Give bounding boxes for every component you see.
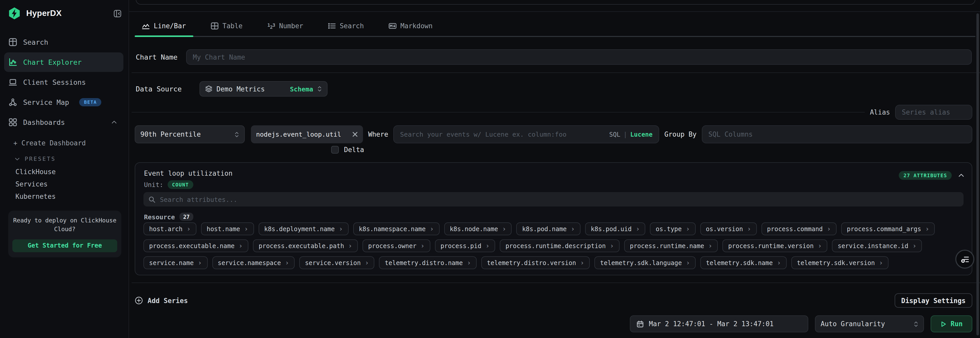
attribute-chip[interactable]: process.owner ›: [363, 240, 430, 252]
sidebar-item-client-sessions[interactable]: Client Sessions: [4, 72, 123, 92]
plus-circle-icon: [135, 297, 143, 305]
tab-number[interactable]: 123 Number: [260, 16, 310, 36]
search-icon: [149, 196, 155, 203]
where-label: Where: [368, 130, 388, 138]
attribute-search-input[interactable]: [160, 195, 958, 203]
attribute-chip[interactable]: service.name ›: [143, 256, 207, 269]
sidebar-item-label: Client Sessions: [23, 78, 86, 86]
attribute-chip[interactable]: telemetry.sdk.version ›: [791, 256, 889, 269]
attribute-chip[interactable]: process.executable.path ›: [253, 240, 358, 252]
preset-item[interactable]: Kubernetes: [0, 190, 129, 203]
attribute-chip[interactable]: host.name ›: [201, 222, 254, 235]
attribute-chip[interactable]: process.runtime.description ›: [500, 240, 620, 252]
calendar-icon: [636, 320, 644, 327]
chart-name-row: Chart Name: [136, 49, 972, 65]
metric-name: nodejs.event_loop.util: [256, 130, 341, 138]
tab-label: Search: [340, 22, 364, 30]
attribute-chip[interactable]: host.arch ›: [143, 222, 196, 235]
resource-group-row: Resource 27: [144, 213, 193, 221]
time-range-value: Mar 2 12:47:01 - Mar 2 13:47:01: [649, 320, 773, 328]
attribute-chip[interactable]: telemetry.distro.version ›: [481, 256, 590, 269]
grid-2x2-icon: [9, 118, 17, 126]
presets-header[interactable]: PRESETS: [0, 156, 129, 162]
close-icon[interactable]: [352, 132, 358, 137]
metric-token[interactable]: nodejs.event_loop.util: [251, 125, 363, 143]
attribute-chip[interactable]: telemetry.distro.name ›: [379, 256, 477, 269]
tab-search[interactable]: Search: [321, 16, 371, 36]
group-by-input[interactable]: [702, 125, 972, 143]
attribute-chip[interactable]: service.version ›: [299, 256, 374, 269]
tab-label: Number: [279, 22, 303, 30]
vertical-scrollbar[interactable]: [977, 13, 979, 335]
aggregation-select[interactable]: 90th Percentile: [135, 125, 245, 143]
sidebar-item-search[interactable]: Search: [4, 32, 123, 52]
chart-type-tabs: Line/Bar Table 123 Number: [135, 16, 975, 37]
sidebar-item-dashboards[interactable]: Dashboards: [4, 113, 123, 132]
digits-123-icon: 123: [267, 22, 275, 30]
attribute-chip-label: process.executable.path: [259, 242, 344, 249]
preset-list: ClickHouseServicesKubernetes: [0, 166, 129, 203]
display-settings-button[interactable]: Display Settings: [895, 293, 972, 308]
tab-line-bar[interactable]: Line/Bar: [135, 16, 193, 36]
attribute-chip[interactable]: process.command ›: [762, 222, 837, 235]
attribute-chip-label: telemetry.sdk.language: [600, 259, 682, 267]
attribute-chip[interactable]: k8s.namespace.name ›: [353, 222, 440, 235]
attribute-chip[interactable]: k8s.deployment.name ›: [258, 222, 348, 235]
attribute-chip[interactable]: telemetry.sdk.language ›: [594, 256, 696, 269]
data-source-select[interactable]: Demo Metrics Schema: [199, 81, 328, 97]
alias-label: Alias: [870, 108, 890, 116]
sidebar-item-label: Search: [23, 38, 48, 46]
chevron-right-icon: ›: [879, 259, 883, 266]
alias-divider-line: [132, 112, 865, 113]
chevron-right-icon: ›: [580, 259, 584, 266]
attribute-chip-label: process.runtime.description: [506, 242, 606, 249]
attribute-chip[interactable]: process.pid ›: [435, 240, 495, 252]
attribute-chip-label: k8s.node.name: [450, 225, 498, 232]
chevron-right-icon: ›: [912, 243, 916, 249]
attribute-chip[interactable]: k8s.pod.name ›: [517, 222, 581, 235]
get-started-button[interactable]: Get Started for Free: [12, 239, 117, 252]
attribute-chip[interactable]: process.runtime.name ›: [624, 240, 718, 252]
attribute-chip[interactable]: k8s.pod.uid ›: [585, 222, 646, 235]
attribute-chip-label: host.arch: [149, 225, 183, 232]
collapse-panel-icon[interactable]: [958, 172, 964, 179]
sidebar-item-service-map[interactable]: Service Map BETA: [4, 92, 123, 112]
sidebar-collapse-icon[interactable]: [114, 10, 121, 17]
attribute-chip[interactable]: os.version ›: [700, 222, 757, 235]
attribute-chip[interactable]: telemetry.sdk.name ›: [700, 256, 787, 269]
time-range-picker[interactable]: Mar 2 12:47:01 - Mar 2 13:47:01: [630, 316, 808, 332]
play-icon: [940, 321, 947, 327]
chart-name-input[interactable]: [186, 49, 972, 65]
top-divider: [129, 11, 980, 12]
schema-link[interactable]: Schema: [290, 85, 313, 93]
attribute-chip[interactable]: process.executable.name ›: [143, 240, 248, 252]
attribute-chip-label: service.name: [149, 259, 194, 267]
attribute-chip-list: host.arch › host.name › k8s.deployment.n…: [143, 222, 964, 269]
where-input[interactable]: [400, 130, 606, 138]
create-dashboard-button[interactable]: + Create Dashboard: [0, 139, 129, 147]
attribute-chip[interactable]: service.instance.id ›: [832, 240, 922, 252]
add-series-button[interactable]: Add Series: [135, 297, 188, 305]
preset-item[interactable]: Services: [0, 178, 129, 190]
chevron-right-icon: ›: [610, 243, 614, 249]
attribute-chip[interactable]: service.namespace ›: [212, 256, 294, 269]
granularity-select[interactable]: Auto Granularity: [815, 316, 924, 332]
tab-markdown[interactable]: Markdown: [381, 16, 440, 36]
lucene-mode-toggle[interactable]: Lucene: [630, 131, 653, 138]
alias-input[interactable]: [895, 105, 972, 120]
attribute-chip[interactable]: process.command_args ›: [841, 222, 935, 235]
preset-item[interactable]: ClickHouse: [0, 166, 129, 178]
language-separator: |: [624, 131, 627, 138]
attribute-chip[interactable]: k8s.node.name ›: [444, 222, 512, 235]
attribute-chip-label: process.executable.name: [149, 242, 234, 249]
run-button[interactable]: Run: [931, 316, 972, 332]
attribute-chip[interactable]: os.type ›: [650, 222, 696, 235]
attribute-chip[interactable]: process.runtime.version ›: [723, 240, 827, 252]
tab-table[interactable]: Table: [204, 16, 250, 36]
sql-mode-toggle[interactable]: SQL: [609, 131, 620, 138]
sidebar-item-chart-explorer[interactable]: Chart Explorer: [4, 52, 123, 72]
series-editor-row: 90th Percentile nodejs.event_loop.util W…: [135, 125, 972, 143]
quick-actions-fab[interactable]: [955, 250, 974, 269]
delta-checkbox[interactable]: [331, 146, 339, 154]
panel-header-right: 27 ATTRIBUTES: [899, 171, 964, 180]
